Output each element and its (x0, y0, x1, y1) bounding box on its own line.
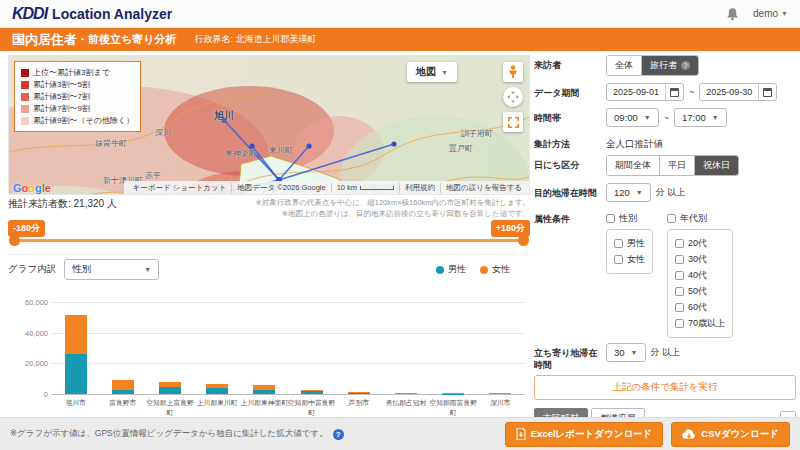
chart-legend-item: 男性 (436, 263, 466, 276)
segment-option[interactable]: 祝休日 (694, 156, 738, 175)
visitor-segmented-control: 全体旅行者? (606, 55, 699, 76)
segment-option[interactable]: 全体 (607, 56, 641, 75)
bar-segment (442, 393, 464, 394)
period-to-input[interactable]: 2025-09-30 (699, 83, 777, 101)
map-note-1: ※対象行政界の代表点を中心に、縦120km×横160km内の市区町村を集計します… (255, 197, 530, 208)
filter-panel: 来訪者 全体旅行者? データ期間 2025-09-01 ~ 2025-09-30… (534, 55, 796, 417)
time-to-select[interactable]: 17:00 ▼ (674, 108, 727, 127)
run-aggregation-button[interactable]: 上記の条件で集計を実行 (534, 375, 796, 400)
age-option: 50代 (675, 285, 725, 298)
bar-segment (206, 388, 228, 394)
x-axis-category-label: 上川郡東神楽町 (240, 398, 288, 408)
legend-swatch-icon (21, 93, 29, 101)
time-from-value: 09:00 (614, 112, 638, 123)
gender-options-box: 男性女性 (606, 229, 653, 274)
legend-label: 累計値5割〜7割 (33, 91, 90, 102)
time-offset-slider: -180分 +180分 (8, 220, 530, 246)
age-option-checkbox[interactable] (675, 255, 684, 264)
map[interactable]: 上位〜累計値3割まで累計値3割〜5割累計値5割〜7割累計値7割〜9割累計値9割〜… (8, 55, 530, 195)
calendar-icon[interactable] (758, 84, 776, 100)
user-menu[interactable]: demo ▼ (753, 8, 788, 19)
map-legend-item: 累計値3割〜5割 (21, 79, 134, 90)
time-from-select[interactable]: 09:00 ▼ (606, 108, 659, 127)
gender-checkbox[interactable] (606, 214, 615, 223)
map-legend-item: 累計値5割〜7割 (21, 91, 134, 102)
segment-option[interactable]: 期間全体 (607, 156, 659, 175)
legend-label: 上位〜累計値3割まで (33, 67, 110, 78)
keyboard-shortcuts-link[interactable]: キーボード ショートカット (128, 183, 232, 193)
period-to-value: 2025-09-30 (700, 84, 758, 100)
gender-option: 女性 (614, 253, 645, 266)
period-from-input[interactable]: 2025-09-01 (606, 83, 684, 101)
dest-stay-unit: 分 以上 (656, 186, 686, 199)
age-option-checkbox[interactable] (675, 239, 684, 248)
chart-gridline (52, 302, 524, 303)
legend-series-label: 女性 (492, 263, 510, 276)
bar-segment (489, 393, 511, 394)
age-option-checkbox[interactable] (675, 287, 684, 296)
y-axis-tick: 60,000 (12, 298, 48, 307)
age-option-label: 30代 (688, 253, 707, 266)
bar-segment (395, 393, 417, 394)
age-option: 70歳以上 (675, 317, 725, 330)
segment-option[interactable]: 旅行者? (641, 56, 698, 75)
map-legend-item: 累計値7割〜9割 (21, 103, 134, 114)
segment-option[interactable]: 平日 (659, 156, 694, 175)
stop-stay-select[interactable]: 30 ▼ (606, 343, 646, 362)
slider-track[interactable] (13, 239, 525, 242)
bar-segment (442, 394, 464, 395)
graph-breakdown-select[interactable]: 性別 ▼ (64, 259, 159, 280)
calendar-icon[interactable] (665, 84, 683, 100)
bar-segment (65, 315, 87, 354)
gender-option-checkbox[interactable] (614, 239, 623, 248)
footer-bar: ※グラフが示す値は、GPS位置情報ビッグデータから独自に集計した拡大値です。 ?… (0, 417, 800, 450)
bar-segment (301, 391, 323, 394)
range-separator: ~ (664, 113, 669, 123)
legend-dot-icon (436, 266, 444, 274)
age-checkbox[interactable] (667, 214, 676, 223)
gender-filter-checkbox-row: 性別 (606, 212, 653, 225)
excel-report-download-button[interactable]: Excelレポートダウンロード (505, 422, 664, 447)
bar-segment (159, 387, 181, 394)
stop-stay-value: 30 (614, 347, 625, 358)
slider-handle-max[interactable] (518, 235, 529, 246)
slider-handle-min[interactable] (9, 235, 20, 246)
range-separator: ~ (689, 87, 694, 97)
x-axis-category-label: 富良野市 (99, 398, 147, 408)
legend-swatch-icon (21, 105, 29, 113)
x-axis-category-label: 旭川市 (52, 398, 100, 408)
street-view-pegman-icon[interactable] (503, 62, 523, 82)
age-option-checkbox[interactable] (675, 271, 684, 280)
y-axis-tick: 40,000 (12, 329, 48, 338)
segment-option-label: 祝休日 (703, 159, 730, 172)
help-question-icon[interactable]: ? (333, 429, 344, 440)
fullscreen-icon[interactable] (503, 112, 523, 132)
bar-segment (159, 382, 181, 387)
map-note-2: ※地図上の色塗りは、目的地来訪前後の立ち寄り回数を合算した値です。 (255, 208, 530, 219)
age-option-checkbox[interactable] (675, 303, 684, 312)
map-data-copyright: 地図データ ©2026 Google (231, 183, 330, 193)
terms-link[interactable]: 利用規約 (399, 183, 440, 193)
bar-segment (253, 385, 275, 390)
age-option-label: 40代 (688, 269, 707, 282)
map-type-button[interactable]: 地図 ▼ (407, 62, 457, 82)
age-filter-checkbox-row: 年代別 (667, 212, 733, 225)
chevron-down-icon: ▼ (781, 10, 788, 17)
age-option-checkbox[interactable] (675, 319, 684, 328)
dest-stay-select[interactable]: 120 ▼ (606, 183, 651, 202)
pan-control-icon[interactable] (503, 87, 523, 107)
report-map-error-link[interactable]: 地図の誤りを報告する (440, 183, 527, 193)
chart-legend: 男性女性 (436, 263, 510, 276)
graph-breakdown-value: 性別 (72, 263, 91, 276)
gender-option-checkbox[interactable] (614, 255, 623, 264)
csv-download-button[interactable]: CSVダウンロード (671, 422, 790, 447)
notification-bell-icon[interactable] (726, 7, 739, 21)
info-icon[interactable]: ? (681, 61, 690, 70)
visitors-label: 推計来訪者数: (8, 198, 71, 209)
x-axis-category-label: 勇払郡占冠村 (382, 398, 430, 408)
google-logo[interactable]: Google (13, 182, 51, 194)
chevron-down-icon: ▼ (144, 266, 151, 273)
x-axis-category-label: 芦別市 (335, 398, 383, 408)
graph-breakdown-label: グラフ内訳 (8, 263, 56, 276)
age-option: 20代 (675, 237, 725, 250)
